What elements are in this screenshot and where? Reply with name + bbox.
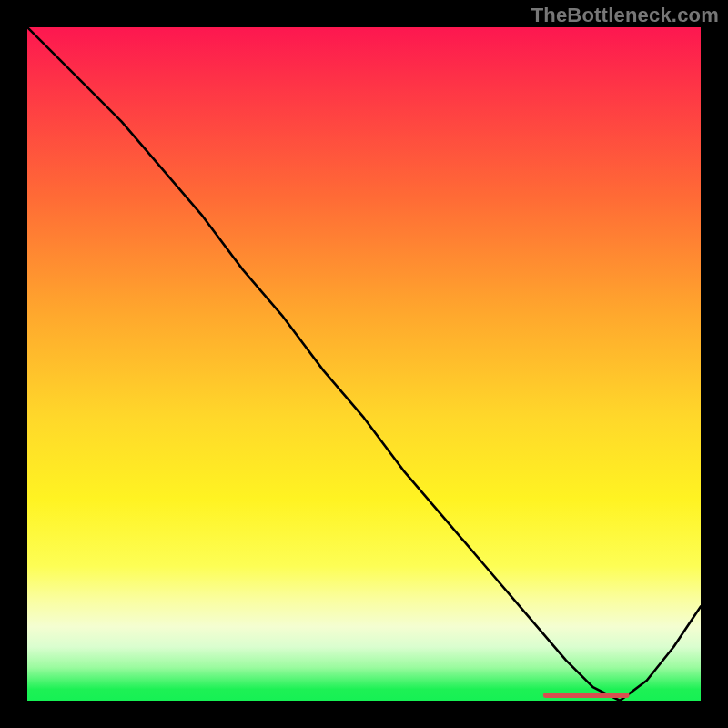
- watermark-text: TheBottleneck.com: [531, 4, 719, 27]
- chart-wrapper: TheBottleneck.com: [0, 0, 728, 728]
- bottleneck-curve: [27, 27, 701, 701]
- chart-overlay: [27, 27, 701, 701]
- plot-area: [27, 27, 701, 701]
